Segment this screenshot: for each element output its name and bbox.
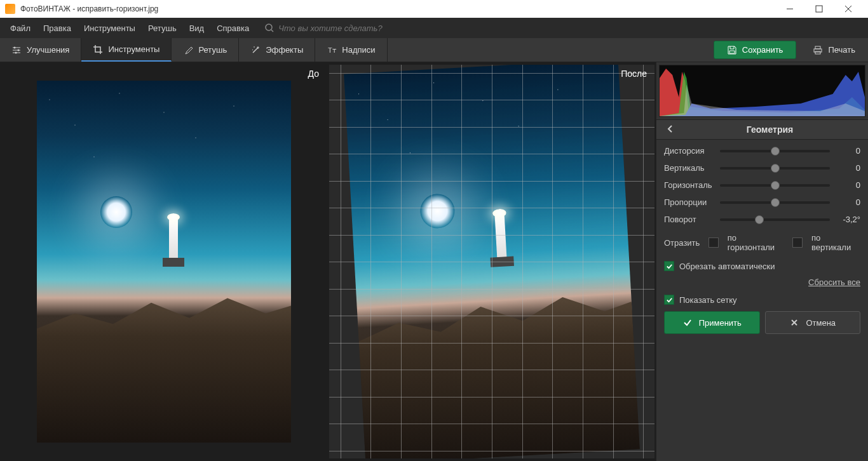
- menu-help[interactable]: Справка: [212, 21, 254, 36]
- cancel-button[interactable]: Отмена: [765, 311, 861, 334]
- slider-track[interactable]: [720, 167, 830, 170]
- print-button[interactable]: Печать: [800, 38, 868, 62]
- back-button[interactable]: [663, 121, 678, 138]
- text-icon: Tᴛ: [327, 45, 337, 55]
- svg-line-5: [271, 30, 273, 32]
- flip-h-checkbox[interactable]: [709, 237, 718, 248]
- tab-tools[interactable]: Инструменты: [81, 38, 172, 62]
- search-input[interactable]: [278, 23, 405, 33]
- crop-icon: [93, 44, 103, 55]
- app-icon: [5, 4, 15, 14]
- window-title: ФотоВИНТАЖ - исправить-горизонт.jpg: [20, 4, 775, 13]
- after-label: После: [621, 69, 647, 79]
- tabs-bar: Улучшения Инструменты Ретушь Эффекты Tᴛ …: [0, 38, 868, 62]
- slider-value: 0: [835, 146, 860, 156]
- title-bar: ФотоВИНТАЖ - исправить-горизонт.jpg: [0, 0, 868, 18]
- slider-track[interactable]: [720, 150, 830, 152]
- slider-value: 0: [835, 180, 860, 190]
- image-before: [37, 81, 291, 443]
- menu-view[interactable]: Вид: [184, 21, 210, 36]
- slider-label: Горизонталь: [664, 180, 715, 190]
- tab-label: Надписи: [342, 45, 375, 55]
- slider-value: 0: [835, 197, 860, 207]
- svg-text:Tᴛ: Tᴛ: [328, 46, 337, 54]
- check-icon: [682, 317, 693, 328]
- panel-title: Геометрия: [747, 124, 794, 135]
- tab-text[interactable]: Tᴛ Надписи: [315, 38, 387, 62]
- show-grid-row: Показать сетку: [664, 295, 860, 305]
- svg-rect-14: [815, 46, 820, 49]
- svg-line-12: [253, 48, 258, 53]
- slider-thumb[interactable]: [771, 164, 780, 173]
- tab-label: Улучшения: [27, 45, 69, 55]
- slider-thumb[interactable]: [771, 181, 780, 190]
- slider-thumb[interactable]: [771, 147, 780, 156]
- apply-label: Применить: [699, 318, 742, 328]
- tab-retouch[interactable]: Ретушь: [172, 38, 239, 62]
- menu-tools[interactable]: Инструменты: [79, 21, 140, 36]
- close-icon: [789, 317, 799, 328]
- slider-thumb[interactable]: [771, 198, 780, 207]
- slider-value: 0: [835, 163, 860, 173]
- show-grid-checkbox[interactable]: [664, 295, 674, 305]
- right-panel: Геометрия Дисторсия 0Вертикаль 0Горизонт…: [656, 62, 868, 461]
- menu-edit[interactable]: Правка: [38, 21, 76, 36]
- slider-value: -3,2°: [835, 215, 860, 224]
- help-search: [264, 23, 405, 33]
- tab-enhance[interactable]: Улучшения: [0, 38, 81, 62]
- viewport-before[interactable]: До: [1, 65, 327, 458]
- show-grid-label: Показать сетку: [679, 295, 736, 305]
- auto-crop-row: Обрезать автоматически: [664, 261, 860, 271]
- viewport-after[interactable]: После: [329, 65, 654, 458]
- svg-rect-1: [816, 6, 822, 12]
- sliders-icon: [11, 45, 22, 55]
- slider-label: Пропорции: [664, 197, 715, 207]
- slider-label: Поворот: [664, 215, 715, 224]
- panel-header: Геометрия: [656, 119, 868, 140]
- auto-crop-checkbox[interactable]: [664, 261, 674, 271]
- slider-track[interactable]: [720, 184, 830, 187]
- svg-point-9: [14, 46, 16, 48]
- slider-горизонталь: Горизонталь 0: [664, 180, 860, 190]
- menu-file[interactable]: Файл: [5, 21, 36, 36]
- svg-point-4: [266, 24, 272, 30]
- magic-wand-icon: [250, 45, 261, 55]
- flip-v-checkbox[interactable]: [792, 237, 802, 248]
- tab-effects[interactable]: Эффекты: [239, 38, 315, 62]
- before-label: До: [308, 69, 319, 79]
- save-button[interactable]: Сохранить: [714, 41, 797, 59]
- save-label: Сохранить: [742, 45, 783, 55]
- cancel-label: Отмена: [806, 318, 836, 328]
- slider-track[interactable]: [720, 218, 830, 221]
- auto-crop-label: Обрезать автоматически: [679, 262, 775, 271]
- print-icon: [813, 45, 823, 55]
- slider-thumb[interactable]: [755, 215, 764, 224]
- tab-label: Ретушь: [198, 45, 227, 55]
- svg-point-10: [18, 49, 20, 51]
- save-icon: [727, 45, 737, 55]
- canvas-area: До После: [0, 62, 656, 461]
- maximize-button[interactable]: [804, 0, 834, 18]
- flip-v-label: по вертикали: [811, 233, 860, 252]
- brush-icon: [183, 45, 193, 55]
- flip-h-label: по горизонтали: [728, 233, 784, 252]
- tab-label: Эффекты: [266, 45, 303, 55]
- menu-retouch[interactable]: Ретушь: [143, 21, 182, 36]
- apply-button[interactable]: Применить: [664, 311, 760, 334]
- slider-label: Дисторсия: [664, 146, 715, 156]
- slider-пропорции: Пропорции 0: [664, 197, 860, 207]
- slider-дисторсия: Дисторсия 0: [664, 146, 860, 156]
- reset-all-link[interactable]: Сбросить все: [808, 277, 860, 287]
- slider-вертикаль: Вертикаль 0: [664, 163, 860, 173]
- tab-label: Инструменты: [108, 44, 159, 54]
- menu-bar: Файл Правка Инструменты Ретушь Вид Справ…: [0, 18, 868, 38]
- minimize-button[interactable]: [775, 0, 804, 18]
- slider-track[interactable]: [720, 201, 830, 204]
- close-button[interactable]: [834, 0, 863, 18]
- search-icon: [264, 23, 275, 33]
- histogram[interactable]: [659, 65, 865, 117]
- image-after: [365, 81, 619, 443]
- slider-поворот: Поворот -3,2°: [664, 215, 860, 224]
- flip-label: Отразить: [664, 238, 700, 248]
- flip-row: Отразить по горизонтали по вертикали: [664, 233, 860, 252]
